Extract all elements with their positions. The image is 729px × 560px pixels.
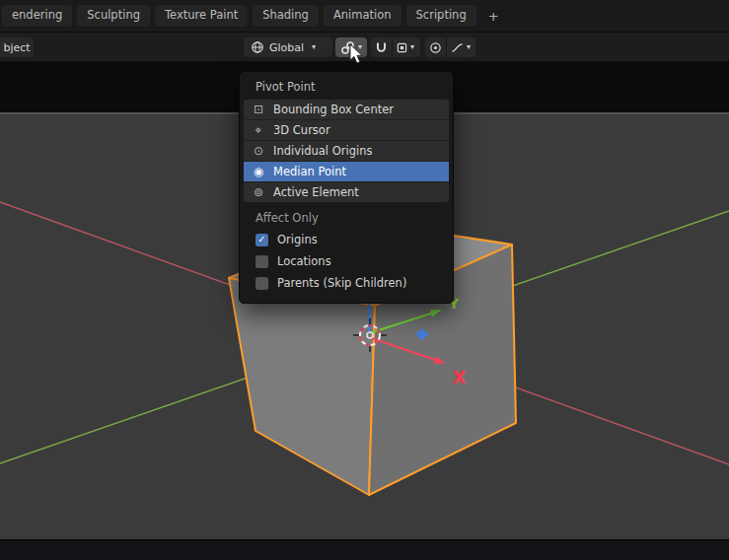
falloff-dropdown[interactable]: ▾ bbox=[447, 37, 474, 57]
transform-orientation-dropdown[interactable]: Global ▾ bbox=[244, 37, 332, 57]
menu-item-individual-origins[interactable]: ⊙ Individual Origins bbox=[244, 141, 449, 162]
viewport-header: bject Global ▾ ▾ bbox=[0, 34, 729, 61]
menu-title: Pivot Point bbox=[240, 72, 453, 100]
checkbox-label: Locations bbox=[277, 254, 331, 268]
status-bar bbox=[0, 539, 729, 560]
tab-animation[interactable]: Animation bbox=[324, 5, 401, 27]
menu-item-label: Individual Origins bbox=[273, 144, 372, 158]
active-element-icon: ⊚ bbox=[252, 186, 265, 198]
tab-scripting[interactable]: Scripting bbox=[406, 5, 476, 27]
menu-item-3d-cursor[interactable]: ⌖ 3D Cursor bbox=[244, 120, 449, 141]
snapping-controls: ▾ bbox=[371, 37, 420, 57]
snap-settings-dropdown[interactable]: ▾ bbox=[393, 37, 418, 57]
locations-checkbox[interactable] bbox=[255, 255, 268, 268]
affect-only-section: Affect Only ✓ Origins Locations Parents … bbox=[240, 211, 453, 294]
chevron-down-icon: ▾ bbox=[410, 43, 414, 51]
menu-item-active-element[interactable]: ⊚ Active Element bbox=[244, 182, 449, 202]
parents-checkbox[interactable] bbox=[255, 277, 268, 290]
checkbox-row-origins[interactable]: ✓ Origins bbox=[240, 229, 453, 250]
pivot-point-menu: Pivot Point ⊡ Bounding Box Center ⌖ 3D C… bbox=[239, 71, 454, 304]
object-mode-label: bject bbox=[3, 41, 30, 54]
workspace-tabbar: endering Sculpting Texture Paint Shading… bbox=[0, 0, 729, 33]
blender-window: endering Sculpting Texture Paint Shading… bbox=[0, 0, 729, 560]
bounding-box-center-icon: ⊡ bbox=[252, 104, 265, 115]
mouse-cursor bbox=[349, 43, 364, 65]
magnet-icon bbox=[375, 41, 388, 54]
menu-item-median-point[interactable]: ◉ Median Point bbox=[244, 162, 449, 182]
check-icon: ✓ bbox=[257, 235, 265, 245]
orientation-label: Global bbox=[269, 41, 304, 54]
object-mode-dropdown[interactable]: bject bbox=[0, 37, 34, 57]
chevron-down-icon: ▾ bbox=[467, 43, 471, 51]
cursor-3d-icon: ⌖ bbox=[252, 124, 265, 136]
menu-item-bounding-box-center[interactable]: ⊡ Bounding Box Center bbox=[244, 100, 449, 120]
tab-sculpting[interactable]: Sculpting bbox=[77, 5, 150, 27]
snap-target-icon bbox=[397, 42, 407, 53]
origins-checkbox[interactable]: ✓ bbox=[255, 234, 268, 246]
proportional-edit-icon bbox=[429, 41, 442, 54]
falloff-curve-icon bbox=[451, 41, 464, 54]
checkbox-label: Origins bbox=[277, 233, 318, 246]
median-point-icon: ◉ bbox=[252, 166, 265, 177]
individual-origins-icon: ⊙ bbox=[252, 145, 265, 157]
x-axis-label: X bbox=[453, 368, 466, 387]
checkbox-row-locations[interactable]: Locations bbox=[240, 250, 453, 272]
snap-toggle-button[interactable] bbox=[371, 37, 392, 57]
menu-item-label: 3D Cursor bbox=[273, 123, 330, 137]
tab-texture-paint[interactable]: Texture Paint bbox=[155, 5, 248, 27]
proportional-edit-controls: ▾ bbox=[425, 37, 475, 57]
checkbox-row-parents[interactable]: Parents (Skip Children) bbox=[240, 272, 453, 294]
tab-rendering[interactable]: endering bbox=[2, 5, 72, 27]
menu-item-label: Bounding Box Center bbox=[273, 103, 394, 116]
section-title: Affect Only bbox=[240, 211, 453, 225]
add-workspace-button[interactable]: + bbox=[481, 7, 506, 26]
global-orientation-icon bbox=[251, 40, 264, 54]
menu-item-label: Median Point bbox=[273, 165, 346, 178]
chevron-down-icon: ▾ bbox=[312, 43, 316, 51]
cube-left-face bbox=[229, 278, 375, 495]
checkbox-label: Parents (Skip Children) bbox=[277, 276, 406, 290]
tab-shading[interactable]: Shading bbox=[253, 5, 319, 27]
menu-item-label: Active Element bbox=[273, 185, 359, 199]
proportional-edit-toggle[interactable] bbox=[425, 37, 446, 57]
pivot-options-list: ⊡ Bounding Box Center ⌖ 3D Cursor ⊙ Indi… bbox=[244, 100, 449, 202]
